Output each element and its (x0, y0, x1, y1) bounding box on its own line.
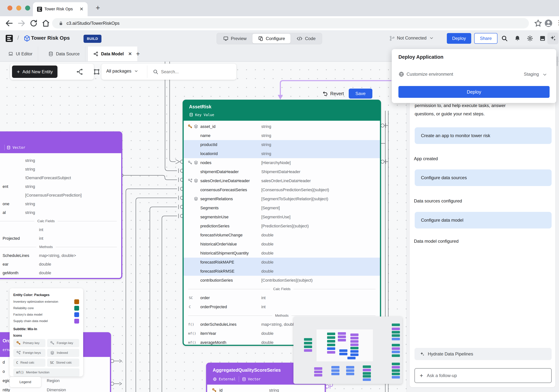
field-name: consensusForecastSeries (200, 185, 247, 194)
subtitle-separator (4, 145, 5, 150)
field-row[interactable]: historicalShipmentQuantitydouble (184, 249, 380, 258)
auto-layout-icon[interactable] (93, 69, 100, 75)
field-row[interactable]: asset_idstring (184, 122, 380, 131)
method-row[interactable]: eardouble (0, 260, 121, 268)
field-type: string (261, 140, 271, 149)
field-row[interactable]: forecastVolumeChangedouble (184, 231, 380, 240)
field-type: int (39, 234, 43, 243)
minimap-entity-bar (347, 357, 355, 359)
field-row[interactable]: forecastRiskRMSEdouble (184, 267, 380, 276)
calc-field-row[interactable]: CorderProjectedint (184, 302, 380, 311)
field-type: string (25, 208, 35, 217)
field-row[interactable]: string (0, 165, 121, 173)
indexed-icon (194, 196, 198, 201)
field-type: string (25, 156, 35, 165)
method-row[interactable]: ScheduleLinesmap<string, double> (0, 251, 121, 260)
subtitle-text: Vector (248, 377, 261, 381)
subtitle-text: Vector (13, 145, 25, 150)
revert-button[interactable]: Revert (322, 91, 344, 96)
field-name: id (219, 386, 223, 392)
method-prefix: mf() (188, 338, 196, 345)
minimap-entity-bar (350, 343, 358, 346)
search-input[interactable] (161, 68, 231, 76)
legend-toggle-button[interactable]: Legend (9, 377, 41, 387)
field-row[interactable]: segmentRelations[SegmentToSubjectRelatio… (184, 194, 380, 203)
field-row[interactable]: [ConsensusForecastPrediction] (0, 191, 121, 199)
chevron-down-icon (542, 72, 547, 77)
popup-deploy-button[interactable]: Deploy (398, 86, 550, 98)
field-row[interactable]: consensusForecastSeries[ConsensusPredict… (184, 185, 380, 194)
foreign-keys-icon (16, 351, 21, 355)
chevron-down-icon (134, 69, 138, 73)
calc-field-row[interactable]: Projectedint (0, 234, 121, 243)
entity-subtitle: External Vector (213, 376, 261, 382)
hydrate-pipelines-button[interactable]: Hydrate Data Pipelines (414, 348, 552, 360)
panel-scrollbar[interactable] (557, 56, 558, 66)
divider-line (0, 221, 34, 221)
add-new-entity-button[interactable]: + Add New Entity (12, 65, 57, 78)
legend-chip-prefix: C (16, 361, 18, 365)
field-row[interactable]: productIdstring (184, 140, 380, 149)
field-name: salesOrderLineDataHeader (200, 176, 250, 185)
field-name: d (3, 358, 5, 367)
assistant-status-text: Data model configured (414, 239, 458, 244)
field-row[interactable]: !DemandForecastSubject (0, 173, 121, 182)
minimap-entity-bar (392, 376, 400, 379)
plus-icon: + (17, 69, 20, 74)
entity-assetrisk[interactable]: AssetRisk Key Value asset_idstringnamest… (183, 100, 381, 346)
field-row[interactable]: shipmentDataHeaderShipmentDataHeader (184, 167, 380, 176)
save-button[interactable]: Save (349, 89, 372, 98)
field-type: double (261, 240, 273, 249)
field-type: [HierarchyNode] (261, 158, 291, 167)
field-row[interactable]: historicalOrderValuedouble (184, 240, 380, 249)
field-row[interactable]: salesOrderLineDataHeadersalesOrderLineDa… (184, 176, 380, 185)
divider-label: Calc Fields (273, 287, 290, 291)
field-row[interactable]: Segments[Segment] (184, 203, 380, 213)
field-row[interactable]: entstring (0, 182, 121, 191)
field-type: double (39, 268, 51, 277)
minimap-entity-bar (392, 347, 400, 350)
field-row[interactable]: namestring (184, 131, 380, 140)
packages-filter-label: All packages (106, 69, 131, 74)
minimap-entity-bar (392, 351, 400, 353)
environment-selector[interactable]: Customize environment Staging (398, 71, 550, 78)
field-row[interactable]: string (0, 156, 121, 165)
followup-input-box[interactable]: + (414, 368, 552, 383)
minimap-entity-bar (338, 339, 346, 341)
entity-vector-partial[interactable]: Vector stringstring!DemandForecastSubjec… (0, 131, 122, 279)
assistant-status-text: Data sources configured (414, 198, 462, 204)
legend-color-swatch (74, 312, 79, 317)
database-icon (189, 113, 193, 117)
field-row[interactable]: contributionSeries[ContributionSeries](s… (184, 276, 380, 285)
field-row[interactable]: forecastRiskMAPEdouble (184, 258, 380, 267)
field-row[interactable]: locationIdstring (184, 149, 380, 158)
legend-chip-label: Primary key (23, 341, 39, 345)
subtitle-text: Key Value (195, 113, 214, 117)
auto-connect-icon[interactable] (76, 69, 83, 75)
field-type: string (261, 122, 271, 131)
field-type: [SegmentInUse] (261, 213, 290, 222)
followup-input[interactable] (427, 373, 538, 378)
minimap[interactable] (293, 317, 402, 384)
primary-key-icon (212, 388, 217, 392)
minimap-entity-bar (327, 336, 335, 339)
entity-toolbar-card: + Add New Entity (10, 64, 94, 80)
calc-field-row[interactable]: int (0, 225, 121, 234)
field-row[interactable]: predictionSeries[PredictionSeries](subje… (184, 222, 380, 231)
field-row[interactable]: idstring (207, 386, 325, 392)
method-row[interactable]: geMonthdouble (0, 268, 121, 277)
field-row[interactable]: onestring (0, 199, 121, 208)
field-row[interactable]: nodes[HierarchyNode] (184, 158, 380, 167)
field-name: shipmentDataHeader (200, 167, 239, 176)
user-message-bubble: Create an app to monitor tower risk (415, 127, 552, 144)
minimap-entity-bar (327, 340, 335, 343)
field-row[interactable]: segmentsInUse[SegmentInUse] (184, 213, 380, 222)
field-type: double (261, 267, 273, 276)
minimap-entity-bar (392, 338, 400, 340)
calc-field-row[interactable]: SCorderint (184, 293, 380, 302)
section-divider: Methods (0, 243, 121, 251)
packages-filter[interactable]: All packages (106, 69, 138, 74)
legend-package-row: Reliability core (13, 305, 79, 311)
field-row[interactable]: alstring (0, 208, 121, 217)
field-name: productId (200, 140, 217, 149)
